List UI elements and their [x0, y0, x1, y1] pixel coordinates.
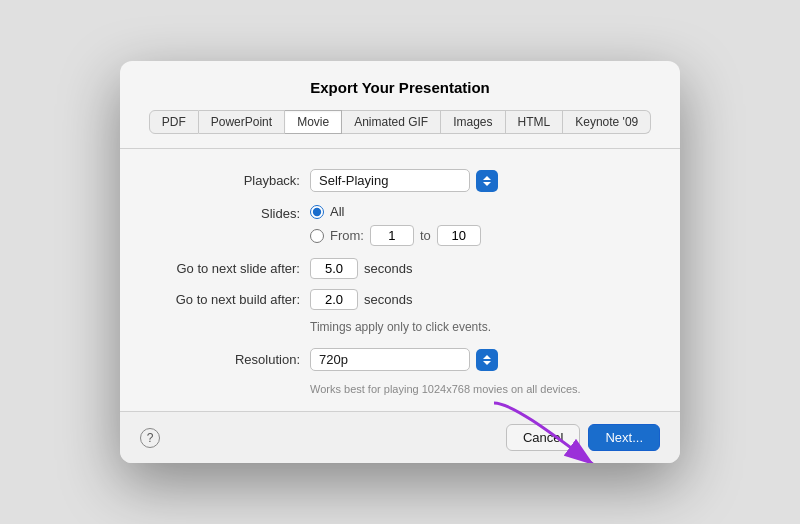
slides-all-radio[interactable]: [310, 205, 324, 219]
next-build-unit: seconds: [364, 292, 412, 307]
tab-images[interactable]: Images: [441, 110, 505, 134]
resolution-select-icon[interactable]: [476, 349, 498, 371]
tab-divider: [120, 148, 680, 149]
next-build-input[interactable]: [310, 289, 358, 310]
resolution-chevron-icon: [481, 353, 493, 367]
export-dialog: Export Your Presentation PDF PowerPoint …: [120, 61, 680, 463]
timing-hint: Timings apply only to click events.: [310, 320, 491, 334]
tabs-container: PDF PowerPoint Movie Animated GIF Images…: [120, 110, 680, 148]
resolution-select[interactable]: 360p 540p 720p 1080p 4K: [310, 348, 470, 371]
playback-row: Playback: Self-Playing Manual Advance Li…: [160, 169, 640, 192]
playback-label: Playback:: [160, 173, 300, 188]
playback-select[interactable]: Self-Playing Manual Advance Links Only: [310, 169, 470, 192]
slides-to-input[interactable]: [437, 225, 481, 246]
footer-buttons: Cancel Next...: [506, 424, 660, 451]
resolution-label: Resolution:: [160, 352, 300, 367]
next-button[interactable]: Next...: [588, 424, 660, 451]
resolution-row: Resolution: 360p 540p 720p 1080p 4K: [160, 348, 640, 371]
cancel-button[interactable]: Cancel: [506, 424, 580, 451]
next-slide-unit: seconds: [364, 261, 412, 276]
form-content: Playback: Self-Playing Manual Advance Li…: [120, 165, 680, 411]
resolution-hint: Works best for playing 1024x768 movies o…: [160, 383, 640, 395]
tab-keynote09[interactable]: Keynote '09: [563, 110, 651, 134]
next-build-label: Go to next build after:: [160, 292, 300, 307]
tab-animated-gif[interactable]: Animated GIF: [342, 110, 441, 134]
playback-select-wrapper: Self-Playing Manual Advance Links Only: [310, 169, 470, 192]
slides-label: Slides:: [160, 204, 300, 221]
tab-pdf[interactable]: PDF: [149, 110, 199, 134]
dialog-footer: ? Cancel Next...: [120, 411, 680, 463]
chevron-updown-icon: [481, 174, 493, 188]
playback-select-icon[interactable]: [476, 170, 498, 192]
next-slide-row: Go to next slide after: seconds: [160, 258, 640, 279]
slides-from-input[interactable]: [370, 225, 414, 246]
slides-all-row: All: [310, 204, 481, 219]
to-label: to: [420, 228, 431, 243]
dialog-title: Export Your Presentation: [120, 61, 680, 110]
resolution-select-wrapper: 360p 540p 720p 1080p 4K: [310, 348, 470, 371]
help-button[interactable]: ?: [140, 428, 160, 448]
slides-row: Slides: All From: to: [160, 204, 640, 246]
slides-from-row: From: to: [310, 225, 481, 246]
slides-from-radio[interactable]: [310, 229, 324, 243]
next-slide-label: Go to next slide after:: [160, 261, 300, 276]
tab-html[interactable]: HTML: [506, 110, 564, 134]
next-slide-input[interactable]: [310, 258, 358, 279]
next-build-row: Go to next build after: seconds: [160, 289, 640, 310]
resolution-section: Resolution: 360p 540p 720p 1080p 4K: [160, 348, 640, 395]
tab-movie[interactable]: Movie: [285, 110, 342, 134]
timing-hint-row: Timings apply only to click events.: [160, 320, 640, 334]
from-label: From:: [330, 228, 364, 243]
slides-all-label: All: [330, 204, 344, 219]
tab-powerpoint[interactable]: PowerPoint: [199, 110, 285, 134]
slides-options: All From: to: [310, 204, 481, 246]
